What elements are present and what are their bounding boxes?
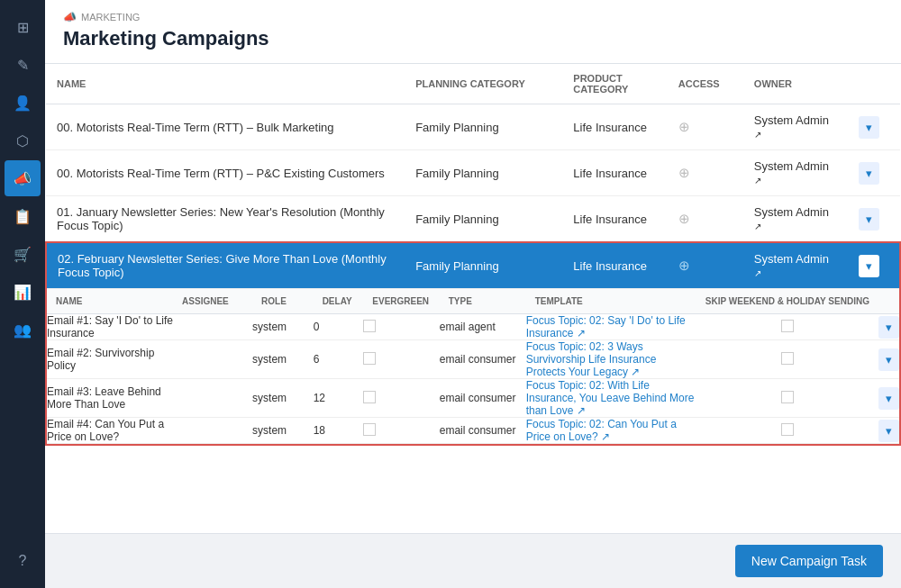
campaigns-table-header-row: NAME PLANNING CATEGORY PRODUCTCATEGORY A…: [46, 64, 900, 104]
th-access: ACCESS: [668, 64, 743, 104]
marketing-breadcrumb-icon: 📣: [63, 11, 77, 23]
table-row[interactable]: 01. January Newsletter Series: New Year'…: [46, 196, 900, 243]
sub-delay-cell: 12: [314, 379, 364, 418]
access-cell: ⊕: [668, 196, 743, 243]
breadcrumb: 📣 MARKETING: [63, 11, 883, 23]
sub-th-evergreen: EVERGREEN: [363, 289, 439, 314]
owner-cell[interactable]: System Admin ↗: [743, 242, 848, 289]
template-link[interactable]: Focus Topic: 02: Say 'I Do' to Life Insu…: [526, 314, 686, 339]
globe-icon: ⊕: [678, 211, 690, 226]
list-item[interactable]: Email #2: Survivorship Policy system 6 e…: [47, 340, 899, 379]
campaign-action-btn[interactable]: ▾: [859, 116, 879, 139]
th-product: PRODUCTCATEGORY: [562, 64, 668, 104]
sub-type-cell: email consumer: [440, 340, 526, 379]
action-cell: ▾: [848, 242, 900, 289]
sub-template-cell: Focus Topic: 02: Can You Put a Price on …: [526, 418, 696, 444]
campaign-action-btn[interactable]: ▾: [859, 255, 879, 277]
sub-type-cell: email consumer: [440, 418, 526, 444]
sub-th-name: NAME: [47, 289, 173, 314]
campaign-name-cell: 00. Motorists Real-Time Term (RTT) – P&C…: [46, 150, 405, 196]
owner-cell[interactable]: System Admin ↗: [743, 196, 848, 243]
breadcrumb-text: MARKETING: [81, 12, 140, 23]
campaign-action-btn[interactable]: ▾: [859, 208, 879, 231]
sub-delay-cell: 18: [314, 418, 364, 444]
th-actions: [848, 64, 900, 104]
evergreen-checkbox[interactable]: [363, 352, 376, 365]
sub-th-role: ROLE: [252, 289, 314, 314]
action-cell: ▾: [848, 104, 900, 150]
sub-template-cell: Focus Topic: 02: Say 'I Do' to Life Insu…: [526, 314, 696, 340]
skip-checkbox[interactable]: [781, 423, 794, 436]
skip-checkbox[interactable]: [781, 320, 794, 332]
planning-category-cell: Family Planning: [405, 104, 562, 150]
sub-th-type: TYPE: [440, 289, 526, 314]
campaigns-content: NAME PLANNING CATEGORY PRODUCTCATEGORY A…: [45, 64, 901, 533]
template-link[interactable]: Focus Topic: 02: With Life Insurance, Yo…: [526, 379, 695, 417]
sub-name-cell: Email #4: Can You Put a Price on Love?: [47, 418, 173, 444]
sub-delay-cell: 0: [314, 314, 364, 340]
campaign-name-cell: 00. Motorists Real-Time Term (RTT) – Bul…: [46, 104, 405, 150]
expanded-subtable-row: NAME ASSIGNEE ROLE DELAY EVERGREEN TYPE …: [46, 289, 900, 446]
evergreen-checkbox[interactable]: [363, 423, 376, 436]
list-item[interactable]: Email #1: Say 'I Do' to Life Insurance s…: [47, 314, 899, 340]
sub-delay-cell: 6: [314, 340, 364, 379]
sidebar-item-cart[interactable]: 🛒: [5, 236, 41, 272]
sidebar-item-marketing[interactable]: 📣: [5, 160, 41, 196]
sub-action-cell: ▾: [878, 314, 899, 340]
sidebar-item-chart[interactable]: 📊: [5, 274, 41, 310]
subtable-action-btn[interactable]: ▾: [878, 316, 899, 339]
list-item[interactable]: Email #4: Can You Put a Price on Love? s…: [47, 418, 899, 444]
sub-th-skip: SKIP WEEKEND & HOLIDAY SENDING: [696, 289, 878, 314]
planning-category-cell: Family Planning: [405, 196, 562, 243]
subtable-header-row: NAME ASSIGNEE ROLE DELAY EVERGREEN TYPE …: [47, 289, 899, 314]
th-owner: OWNER: [743, 64, 848, 104]
sub-th-delay: DELAY: [314, 289, 364, 314]
sub-role-cell: system: [252, 340, 314, 379]
owner-cell[interactable]: System Admin ↗: [743, 150, 848, 196]
new-campaign-task-button[interactable]: New Campaign Task: [735, 545, 883, 577]
table-row[interactable]: 00. Motorists Real-Time Term (RTT) – P&C…: [46, 150, 900, 196]
sidebar-item-dashboard[interactable]: ⊞: [5, 9, 41, 45]
sidebar-item-clipboard[interactable]: 📋: [5, 198, 41, 234]
sub-template-cell: Focus Topic: 02: 3 Ways Survivorship Lif…: [526, 340, 696, 379]
evergreen-checkbox[interactable]: [363, 320, 376, 332]
sub-type-cell: email agent: [440, 314, 526, 340]
globe-icon: ⊕: [678, 258, 690, 273]
main-content: 📣 MARKETING Marketing Campaigns NAME PLA…: [45, 0, 901, 588]
subtable-action-btn[interactable]: ▾: [878, 387, 899, 410]
th-planning: PLANNING CATEGORY: [405, 64, 562, 104]
sub-action-cell: ▾: [878, 418, 899, 444]
template-link[interactable]: Focus Topic: 02: 3 Ways Survivorship Lif…: [526, 340, 657, 378]
globe-icon: ⊕: [678, 165, 690, 180]
planning-category-cell: Family Planning: [405, 150, 562, 196]
table-row[interactable]: 00. Motorists Real-Time Term (RTT) – Bul…: [46, 104, 900, 150]
skip-checkbox[interactable]: [781, 391, 794, 403]
list-item[interactable]: Email #3: Leave Behind More Than Love sy…: [47, 379, 899, 418]
owner-cell[interactable]: System Admin ↗: [743, 104, 848, 150]
sub-evergreen-cell: [363, 379, 439, 418]
sidebar-item-contacts[interactable]: 👤: [5, 85, 41, 121]
globe-icon: ⊕: [678, 119, 690, 134]
sidebar-item-network[interactable]: ⬡: [5, 122, 41, 158]
sub-assignee-cell: [173, 379, 252, 418]
sub-name-cell: Email #3: Leave Behind More Than Love: [47, 379, 173, 418]
evergreen-checkbox[interactable]: [363, 391, 376, 403]
access-cell: ⊕: [668, 150, 743, 196]
table-row-active[interactable]: 02. February Newsletter Series: Give Mor…: [46, 242, 900, 289]
subtable-action-btn[interactable]: ▾: [878, 348, 899, 371]
campaign-action-btn[interactable]: ▾: [859, 162, 879, 185]
template-link[interactable]: Focus Topic: 02: Can You Put a Price on …: [526, 418, 677, 443]
sidebar-item-edit[interactable]: ✎: [5, 47, 41, 83]
sub-role-cell: system: [252, 418, 314, 444]
sidebar-item-help[interactable]: ?: [5, 543, 41, 579]
sub-type-cell: email consumer: [440, 379, 526, 418]
sub-evergreen-cell: [363, 314, 439, 340]
skip-checkbox[interactable]: [781, 352, 794, 365]
action-cell: ▾: [848, 196, 900, 243]
subtable-action-btn[interactable]: ▾: [878, 420, 899, 442]
sidebar-item-user[interactable]: 👥: [5, 312, 41, 348]
sub-role-cell: system: [252, 314, 314, 340]
sub-template-cell: Focus Topic: 02: With Life Insurance, Yo…: [526, 379, 696, 418]
page-title: Marketing Campaigns: [63, 27, 883, 50]
product-category-cell: Life Insurance: [562, 242, 668, 289]
